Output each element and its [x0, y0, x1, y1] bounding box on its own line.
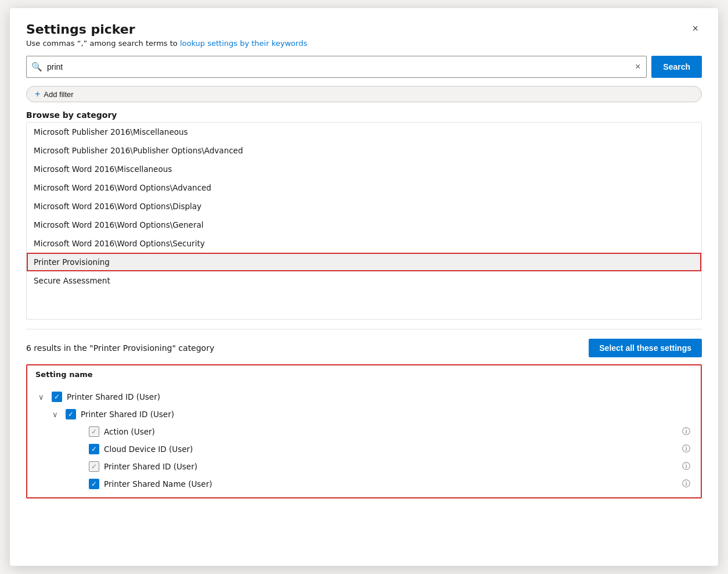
search-button[interactable]: Search [651, 56, 702, 78]
setting-label: Action (User) [104, 427, 677, 436]
setting-row: ∨Printer Shared ID (User) [35, 406, 693, 423]
category-item[interactable]: Microsoft Word 2016\Word Options\Display [27, 197, 701, 216]
select-all-button[interactable]: Select all these settings [589, 339, 702, 357]
category-item[interactable]: Printer Provisioning [27, 253, 701, 271]
info-icon[interactable]: ⓘ [682, 479, 693, 489]
setting-label: Printer Shared ID (User) [104, 462, 677, 471]
add-filter-plus-icon: + [35, 89, 40, 99]
setting-row: Cloud Device ID (User)ⓘ [35, 440, 693, 458]
category-item[interactable]: Microsoft Publisher 2016\Publisher Optio… [27, 141, 701, 160]
chevron-button[interactable]: ∨ [49, 410, 61, 419]
setting-row: Printer Shared Name (User)ⓘ [35, 475, 693, 493]
settings-list: ∨Printer Shared ID (User)∨Printer Shared… [27, 383, 701, 497]
info-icon[interactable]: ⓘ [682, 461, 693, 472]
search-icon: 🔍 [31, 62, 42, 72]
search-input[interactable] [47, 62, 634, 71]
search-row: 🔍 × Search [26, 56, 702, 78]
settings-picker-dialog: Settings picker × Use commas “,” among s… [10, 8, 718, 566]
category-list: Microsoft Publisher 2016\MiscellaneousMi… [26, 122, 702, 320]
search-input-wrapper: 🔍 × [26, 56, 647, 78]
dialog-title: Settings picker [26, 22, 135, 37]
settings-section: Setting name ∨Printer Shared ID (User)∨P… [26, 364, 702, 498]
category-item[interactable]: Microsoft Word 2016\Word Options\Securit… [27, 234, 701, 253]
chevron-button[interactable]: ∨ [35, 393, 47, 401]
checkbox-checked[interactable] [89, 479, 99, 489]
setting-label: Printer Shared ID (User) [67, 392, 693, 401]
checkbox-partial[interactable] [89, 426, 99, 437]
setting-name-header: Setting name [27, 365, 701, 383]
category-item[interactable]: Microsoft Word 2016\Word Options\General [27, 216, 701, 234]
checkbox-checked[interactable] [66, 409, 76, 419]
info-icon[interactable]: ⓘ [682, 444, 693, 454]
setting-row: Action (User)ⓘ [35, 423, 693, 440]
setting-label: Cloud Device ID (User) [104, 444, 677, 454]
subtitle-link[interactable]: lookup settings by their keywords [180, 39, 307, 48]
results-count: 6 results in the "Printer Provisioning" … [26, 343, 214, 353]
category-item[interactable]: Microsoft Word 2016\Word Options\Advance… [27, 178, 701, 197]
checkbox-checked[interactable] [52, 392, 62, 402]
category-item[interactable]: Microsoft Word 2016\Miscellaneous [27, 160, 701, 178]
checkbox-partial[interactable] [89, 461, 99, 472]
browse-title: Browse by category [26, 110, 702, 120]
category-item[interactable]: Microsoft Publisher 2016\Miscellaneous [27, 123, 701, 141]
results-header: 6 results in the "Printer Provisioning" … [26, 339, 702, 357]
setting-label: Printer Shared Name (User) [104, 479, 677, 489]
category-item[interactable]: Secure Assessment [27, 271, 701, 290]
setting-row: ∨Printer Shared ID (User) [35, 388, 693, 406]
checkbox-checked[interactable] [89, 444, 99, 454]
dialog-header: Settings picker × [26, 22, 702, 37]
setting-label: Printer Shared ID (User) [81, 410, 693, 419]
divider [26, 329, 702, 329]
setting-row: Printer Shared ID (User)ⓘ [35, 458, 693, 475]
add-filter-button[interactable]: + Add filter [26, 86, 702, 102]
browse-section: Browse by category Microsoft Publisher 2… [26, 110, 702, 320]
close-button[interactable]: × [689, 22, 702, 35]
clear-search-button[interactable]: × [634, 62, 641, 72]
dialog-subtitle: Use commas “,” among search terms to loo… [26, 39, 702, 48]
info-icon[interactable]: ⓘ [682, 426, 693, 437]
add-filter-label: Add filter [44, 90, 73, 99]
